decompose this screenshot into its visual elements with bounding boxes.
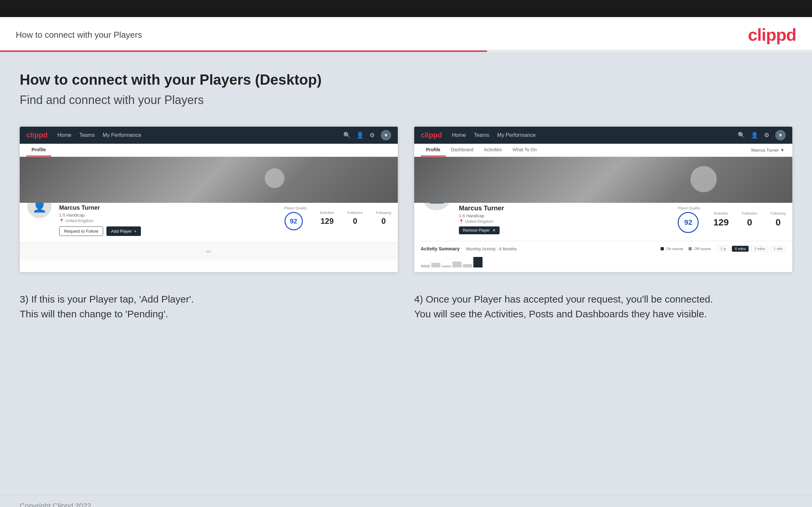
right-tab-dashboard[interactable]: Dashboard — [446, 144, 479, 157]
right-player-location: 📍 United Kingdom — [459, 219, 671, 224]
page-header: How to connect with your Players clippd — [0, 17, 812, 51]
left-stat-quality: Player Quality 92 — [285, 206, 307, 230]
activity-controls: On course Off course 1 yr 6 mths 3 mths … — [661, 246, 786, 252]
left-nav-icons: 🔍 👤 ⚙ ▼ — [343, 130, 391, 140]
period-1mth[interactable]: 1 mth — [771, 246, 786, 252]
settings-icon[interactable]: ⚙ — [369, 131, 375, 139]
on-course-legend — [661, 247, 664, 250]
top-bar — [0, 0, 812, 17]
screenshots-row: clippd Home Teams My Performance 🔍 👤 ⚙ ▼ — [20, 127, 792, 272]
tab-profile[interactable]: Profile — [26, 144, 51, 157]
right-quality-circle: 92 — [678, 212, 699, 233]
off-course-label: Off course — [695, 247, 711, 251]
left-profile-actions: Request to Follow Add Player + — [59, 226, 278, 236]
left-stat-followers: Followers 0 — [347, 211, 363, 226]
description-right: 4) Once your Player has accepted your re… — [414, 292, 792, 321]
left-player-handicap: 1-5 Handicap — [59, 213, 278, 218]
screenshot-right: clippd Home Teams My Performance 🔍 👤 ⚙ ▼ — [414, 127, 792, 272]
left-player-location: 📍 United Kingdom — [59, 219, 278, 223]
right-tabs-group: Profile Dashboard Activities What To On — [421, 144, 542, 157]
left-stat-following: Following 0 — [376, 211, 391, 226]
add-player-button[interactable]: Add Player + — [106, 226, 141, 236]
description-right-text: 4) Once your Player has accepted your re… — [414, 292, 792, 321]
description-left: 3) If this is your Player tap, 'Add Play… — [20, 292, 398, 321]
right-player-dropdown[interactable]: Marcus Turner ▼ — [750, 145, 786, 156]
left-screenshot-bottom: ✏ — [20, 242, 398, 261]
right-tab-what-to-on[interactable]: What To On — [507, 144, 542, 157]
clippd-logo: clippd — [748, 25, 796, 45]
right-nav-links: Home Teams My Performance — [452, 131, 536, 139]
nav-avatar[interactable]: ▼ — [381, 130, 391, 140]
right-user-icon[interactable]: 👤 — [751, 131, 758, 139]
right-stat-quality: Player Quality 92 — [678, 206, 700, 233]
screenshot-left: clippd Home Teams My Performance 🔍 👤 ⚙ ▼ — [20, 127, 398, 272]
off-course-legend — [689, 247, 692, 250]
request-follow-button[interactable]: Request to Follow — [59, 226, 103, 236]
right-nav-avatar[interactable]: ▼ — [775, 130, 786, 140]
footer-copyright: Copyright Clippd 2022 — [20, 502, 91, 507]
left-nav-performance[interactable]: My Performance — [103, 131, 141, 139]
right-stat-activities: Activities 129 — [713, 211, 729, 228]
remove-player-button[interactable]: Remove Player ✕ — [459, 226, 500, 234]
period-6mths[interactable]: 6 mths — [732, 246, 749, 252]
main-content: How to connect with your Players (Deskto… — [0, 52, 812, 495]
left-navbar: clippd Home Teams My Performance 🔍 👤 ⚙ ▼ — [20, 127, 398, 144]
right-nav-teams[interactable]: Teams — [474, 131, 489, 139]
left-banner — [20, 157, 398, 203]
right-stat-followers: Followers 0 — [742, 211, 757, 228]
left-nav-home[interactable]: Home — [57, 131, 71, 139]
left-stat-activities: Activities 129 — [320, 211, 334, 226]
activity-period: Monthly Activity · 6 Months — [466, 246, 517, 251]
content-title: How to connect with your Players (Deskto… — [20, 71, 792, 88]
right-stat-following: Following 0 — [771, 211, 786, 228]
page-footer: Copyright Clippd 2022 — [0, 495, 812, 507]
user-icon[interactable]: 👤 — [356, 131, 364, 139]
left-tab-bar: Profile — [20, 144, 398, 157]
activity-summary: Activity Summary Monthly Activity · 6 Mo… — [414, 241, 792, 272]
right-banner — [414, 157, 792, 203]
activity-chart — [421, 255, 786, 268]
left-app-logo: clippd — [26, 131, 48, 139]
left-nav-links: Home Teams My Performance — [57, 131, 141, 139]
period-3mths[interactable]: 3 mths — [751, 246, 768, 252]
activity-title: Activity Summary — [421, 246, 460, 251]
right-nav-icons: 🔍 👤 ⚙ ▼ — [738, 130, 786, 140]
period-1yr[interactable]: 1 yr — [717, 246, 729, 252]
right-app-logo: clippd — [421, 131, 442, 139]
right-player-handicap: 1-5 Handicap — [459, 213, 671, 218]
right-nav-home[interactable]: Home — [452, 131, 466, 139]
content-subtitle: Find and connect with your Players — [20, 93, 792, 107]
right-search-icon[interactable]: 🔍 — [738, 131, 745, 139]
right-player-name: Marcus Turner — [459, 205, 671, 212]
left-player-name: Marcus Turner — [59, 205, 278, 211]
right-tab-profile[interactable]: Profile — [421, 144, 446, 157]
right-navbar: clippd Home Teams My Performance 🔍 👤 ⚙ ▼ — [414, 127, 792, 144]
left-quality-circle: 92 — [285, 212, 303, 230]
on-course-label: On course — [666, 247, 683, 251]
right-settings-icon[interactable]: ⚙ — [764, 131, 769, 139]
description-row: 3) If this is your Player tap, 'Add Play… — [20, 292, 792, 321]
search-icon[interactable]: 🔍 — [343, 131, 351, 139]
description-left-text: 3) If this is your Player tap, 'Add Play… — [20, 292, 398, 321]
right-tab-bar: Profile Dashboard Activities What To On … — [414, 144, 792, 157]
left-nav-teams[interactable]: Teams — [79, 131, 95, 139]
activity-header: Activity Summary Monthly Activity · 6 Mo… — [421, 246, 786, 252]
right-nav-performance[interactable]: My Performance — [497, 131, 536, 139]
right-tab-activities[interactable]: Activities — [478, 144, 507, 157]
page-title: How to connect with your Players — [16, 30, 142, 40]
